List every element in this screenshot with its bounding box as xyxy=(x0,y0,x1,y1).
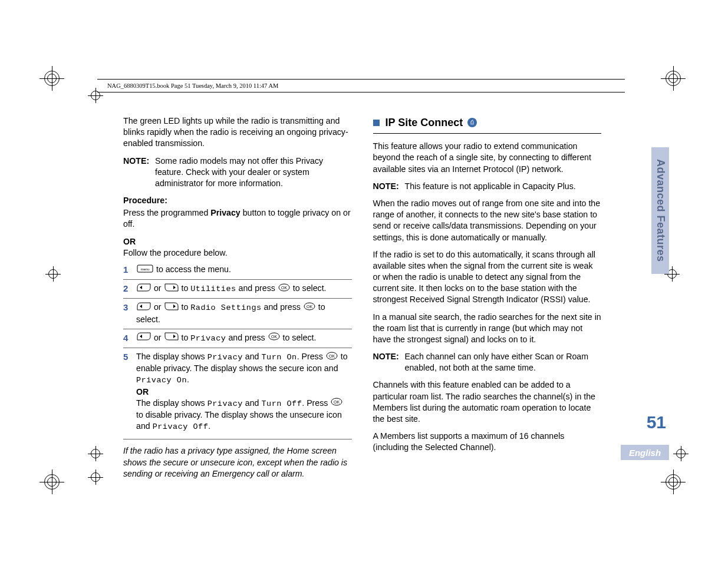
note-text: Each channel can only have either Scan o… xyxy=(405,351,602,373)
procedure-heading: Procedure: xyxy=(123,196,167,205)
note-block: NOTE: Some radio models may not offer th… xyxy=(123,156,352,190)
svg-text:OK: OK xyxy=(329,353,335,358)
svg-text:menu: menu xyxy=(140,267,149,271)
note-block: NOTE: Each channel can only have either … xyxy=(373,351,602,373)
header-running-text: NAG_6880309T15.book Page 51 Tuesday, Mar… xyxy=(107,82,278,89)
left-column: The green LED lights up while the radio … xyxy=(123,115,352,503)
right-arrow-button-icon xyxy=(164,283,179,295)
section-tab-label: Advanced Features xyxy=(654,159,667,262)
paragraph: Follow the procedure below. xyxy=(123,247,352,259)
paragraph: If the radio is set to do this automatic… xyxy=(373,249,602,306)
paragraph: A Members list supports a maximum of 16 … xyxy=(373,431,602,453)
left-arrow-button-icon xyxy=(137,283,151,295)
section-tab: Advanced Features xyxy=(651,147,669,274)
step-number: 2 xyxy=(123,283,136,295)
crop-mark-icon xyxy=(44,71,60,86)
svg-text:OK: OK xyxy=(307,305,312,309)
ok-button-icon: OK xyxy=(304,302,315,313)
feature-badge-icon: ⎙ xyxy=(467,118,477,127)
left-arrow-button-icon xyxy=(137,302,151,313)
step-item: 5 The display shows Privacy and Turn On.… xyxy=(123,348,352,436)
ok-button-icon: OK xyxy=(326,352,338,363)
section-rule xyxy=(373,133,602,134)
page-content: The green LED lights up while the radio … xyxy=(123,115,625,503)
paragraph: This feature allows your radio to extend… xyxy=(373,141,602,175)
ok-button-icon: OK xyxy=(278,283,290,295)
reg-mark-icon xyxy=(675,448,687,459)
ok-button-icon: OK xyxy=(268,332,280,343)
note-label: NOTE: xyxy=(123,156,155,190)
note-text: Some radio models may not offer this Pri… xyxy=(155,156,352,190)
svg-text:OK: OK xyxy=(281,285,287,289)
reg-mark-icon xyxy=(90,90,101,101)
ok-button-icon: OK xyxy=(331,398,342,409)
step-item: 2 or to Utilities and press OK to select… xyxy=(123,280,352,299)
step-item: 1 menu to access the menu. xyxy=(123,261,352,280)
note-block: NOTE: This feature is not applicable in … xyxy=(373,181,602,192)
note-label: NOTE: xyxy=(373,181,405,192)
or-label: OR xyxy=(123,237,136,246)
section-heading: IP Site Connect ⎙ xyxy=(373,115,602,130)
svg-text:OK: OK xyxy=(271,335,277,339)
paragraph: In a manual site search, the radio searc… xyxy=(373,312,602,346)
paragraph: The green LED lights up while the radio … xyxy=(123,115,352,150)
language-bar: English xyxy=(621,445,669,460)
reg-mark-icon xyxy=(90,448,101,459)
section-bullet-icon xyxy=(373,120,380,126)
page-number: 51 xyxy=(647,412,666,432)
step-number: 1 xyxy=(123,264,136,276)
menu-button-icon: menu xyxy=(137,265,153,276)
svg-text:OK: OK xyxy=(334,400,340,404)
step-number: 5 xyxy=(123,351,136,432)
left-arrow-button-icon xyxy=(137,332,151,343)
right-arrow-button-icon xyxy=(164,302,179,313)
note-text: This feature is not applicable in Capaci… xyxy=(405,181,602,192)
note-label: NOTE: xyxy=(373,351,405,373)
reg-mark-icon xyxy=(47,268,59,280)
steps-list: 1 menu to access the menu. 2 or to Utili… xyxy=(123,261,352,437)
header-rule-bottom xyxy=(97,92,625,92)
italic-note: If the radio has a privacy type assigned… xyxy=(123,445,352,480)
header-rule-top xyxy=(97,79,625,80)
crop-mark-icon xyxy=(666,474,681,490)
step-item: 4 or to Privacy and press OK to select. xyxy=(123,329,352,348)
crop-mark-icon xyxy=(666,71,681,86)
section-title: IP Site Connect xyxy=(386,115,463,130)
step-number: 3 xyxy=(123,302,136,325)
or-label: OR xyxy=(136,387,149,396)
reg-mark-icon xyxy=(90,471,101,483)
step-number: 4 xyxy=(123,332,136,344)
right-arrow-button-icon xyxy=(164,332,179,343)
paragraph: Press the programmed Privacy button to t… xyxy=(123,207,352,230)
paragraph: When the radio moves out of range from o… xyxy=(373,198,602,243)
paragraph: Channels with this feature enabled can b… xyxy=(373,379,602,425)
crop-mark-icon xyxy=(44,474,60,490)
step-item: 3 or to Radio Settings and press OK to s… xyxy=(123,299,352,329)
right-column: IP Site Connect ⎙ This feature allows yo… xyxy=(373,115,625,503)
language-label: English xyxy=(629,448,661,458)
